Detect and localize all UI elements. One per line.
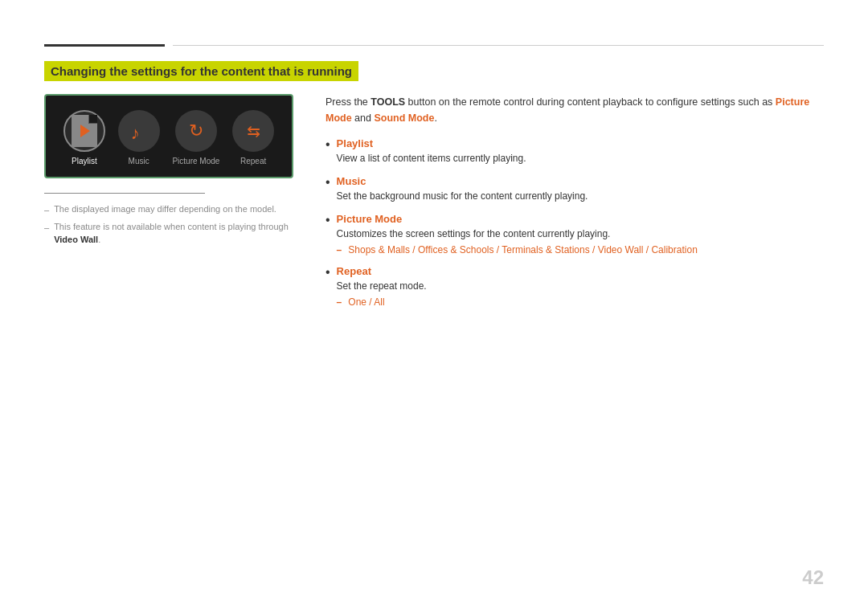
picture-mode-icon: ↻ bbox=[189, 121, 203, 141]
ui-icon-picture-mode: ↻ Picture Mode bbox=[172, 110, 219, 166]
sep-1: / bbox=[410, 244, 418, 255]
bullet-title-playlist: Playlist bbox=[337, 137, 824, 149]
bullet-desc-music: Set the background music for the content… bbox=[337, 190, 588, 202]
bullet-item-picture-mode: • Picture Mode Customizes the screen set… bbox=[326, 213, 824, 255]
ui-icon-circle-playlist bbox=[63, 110, 105, 152]
top-decoration bbox=[44, 44, 824, 47]
sub-bullet-text-picture: Shops & Malls / Offices & Schools / Term… bbox=[348, 244, 698, 255]
ui-icon-repeat: ⇄ Repeat bbox=[232, 110, 274, 166]
sep-5: / bbox=[366, 296, 374, 308]
sep-2: / bbox=[494, 244, 502, 255]
tools-label: TOOLS bbox=[371, 96, 405, 108]
sub-bullet-text-repeat: One / All bbox=[348, 296, 384, 308]
all-option: All bbox=[374, 296, 384, 308]
note-item-2: – This feature is not available when con… bbox=[44, 221, 293, 246]
sep-3: / bbox=[590, 244, 598, 255]
sub-bullet-dash-picture: – bbox=[337, 244, 342, 255]
right-panel: Press the TOOLS button on the remote con… bbox=[326, 94, 824, 317]
ui-icon-label-repeat: Repeat bbox=[240, 157, 266, 166]
video-wall: Video Wall bbox=[598, 244, 644, 255]
intro-and: and bbox=[352, 112, 375, 124]
bullet-dot-repeat: • bbox=[326, 266, 330, 279]
sub-bullet-repeat: – One / All bbox=[337, 296, 824, 308]
top-line-light bbox=[173, 45, 824, 46]
note-item-1: – The displayed image may differ dependi… bbox=[44, 203, 293, 216]
left-panel: Playlist Music ↻ Picture Mo bbox=[44, 94, 293, 251]
ui-icon-music: Music bbox=[118, 110, 160, 166]
bullet-list: • Playlist View a list of content items … bbox=[326, 137, 824, 308]
sub-bullet-dash-repeat: – bbox=[337, 296, 342, 308]
offices-schools: Offices & Schools bbox=[418, 244, 494, 255]
note-text-2-before: This feature is not available when conte… bbox=[54, 222, 289, 231]
page-number: 42 bbox=[802, 566, 824, 589]
bullet-title-music: Music bbox=[337, 175, 824, 187]
bullet-item-music: • Music Set the background music for the… bbox=[326, 175, 824, 203]
bullet-item-playlist: • Playlist View a list of content items … bbox=[326, 137, 824, 166]
intro-before: Press the bbox=[326, 96, 371, 108]
bullet-dot-playlist: • bbox=[326, 138, 330, 151]
section-heading: Changing the settings for the content th… bbox=[44, 61, 358, 81]
top-line-dark bbox=[44, 44, 165, 47]
sep-4: / bbox=[643, 244, 651, 255]
note-link-video-wall: Video Wall bbox=[54, 235, 98, 244]
shops-malls: Shops & Malls bbox=[348, 244, 410, 255]
ui-icon-playlist: Playlist bbox=[63, 110, 105, 166]
file-play-icon bbox=[80, 125, 90, 137]
bullet-desc-repeat: Set the repeat mode. bbox=[337, 280, 427, 292]
ui-icon-label-playlist: Playlist bbox=[72, 157, 97, 166]
ui-icon-label-picture: Picture Mode bbox=[172, 157, 219, 166]
note-dash-1: – bbox=[44, 204, 49, 216]
note-text-2: This feature is not available when conte… bbox=[54, 221, 293, 246]
terminals-stations: Terminals & Stations bbox=[502, 244, 589, 255]
bullet-desc-picture-mode: Customizes the screen settings for the c… bbox=[337, 228, 611, 239]
bullet-content-playlist: Playlist View a list of content items cu… bbox=[337, 137, 824, 166]
bullet-content-music: Music Set the background music for the c… bbox=[337, 175, 824, 203]
separator-line bbox=[44, 193, 205, 194]
bullet-dot-picture-mode: • bbox=[326, 214, 330, 227]
repeat-icon: ⇄ bbox=[247, 121, 260, 141]
ui-icon-label-music: Music bbox=[129, 157, 149, 166]
bullet-content-repeat: Repeat Set the repeat mode. – One / All bbox=[337, 265, 824, 308]
note-text-1: The displayed image may differ depending… bbox=[54, 203, 276, 215]
bullet-title-picture-mode: Picture Mode bbox=[337, 213, 824, 225]
ui-icon-circle-music bbox=[118, 110, 160, 152]
bullet-desc-playlist: View a list of content items currently p… bbox=[337, 153, 526, 164]
bullet-content-picture-mode: Picture Mode Customizes the screen setti… bbox=[337, 213, 824, 255]
note-text-2-after: . bbox=[98, 235, 100, 244]
notes-section: – The displayed image may differ dependi… bbox=[44, 203, 293, 246]
note-dash-2: – bbox=[44, 222, 49, 234]
intro-text: Press the TOOLS button on the remote con… bbox=[326, 94, 824, 126]
ui-icon-circle-picture: ↻ bbox=[175, 110, 217, 152]
music-note-icon bbox=[131, 123, 147, 139]
bullet-dot-music: • bbox=[326, 176, 330, 189]
ui-screen-mockup: Playlist Music ↻ Picture Mo bbox=[44, 94, 293, 178]
bullet-title-repeat: Repeat bbox=[337, 265, 824, 277]
intro-end: . bbox=[434, 112, 436, 124]
sub-bullet-picture-mode: – Shops & Malls / Offices & Schools / Te… bbox=[337, 244, 824, 255]
one-option: One bbox=[348, 296, 366, 308]
intro-middle: button on the remote control during cont… bbox=[405, 96, 776, 108]
sound-mode-link: Sound Mode bbox=[374, 112, 434, 124]
file-icon bbox=[72, 115, 97, 147]
calibration: Calibration bbox=[651, 244, 697, 255]
ui-screen-icons: Playlist Music ↻ Picture Mo bbox=[57, 110, 280, 166]
bullet-item-repeat: • Repeat Set the repeat mode. – One / Al… bbox=[326, 265, 824, 308]
ui-icon-circle-repeat: ⇄ bbox=[232, 110, 274, 152]
